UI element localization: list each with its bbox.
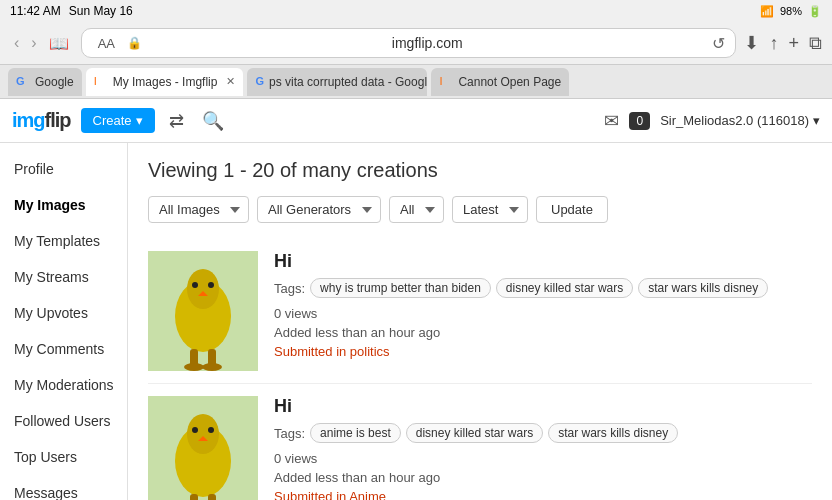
status-bar: 11:42 AM Sun May 16 📶 98% 🔋 xyxy=(0,0,832,22)
tab-psvita[interactable]: G ps vita corrupted data - Googl... xyxy=(247,68,427,96)
tab-myimages-label: My Images - Imgflip xyxy=(113,75,218,89)
image-card-1: Hi Tags: anime is best disney killed sta… xyxy=(148,384,812,500)
new-tab-button[interactable]: + xyxy=(788,33,799,54)
added-1: Added less than an hour ago xyxy=(274,470,812,485)
user-menu[interactable]: Sir_Meliodas2.0 (116018) ▾ xyxy=(660,113,820,128)
card-title-1: Hi xyxy=(274,396,812,417)
share-button[interactable]: ↑ xyxy=(769,33,778,54)
sort-select[interactable]: Latest Top xyxy=(452,196,528,223)
pear-svg-1 xyxy=(148,396,258,500)
svg-point-9 xyxy=(202,363,222,371)
tag-0-2[interactable]: star wars kills disney xyxy=(638,278,768,298)
svg-rect-17 xyxy=(208,494,216,500)
tags-row-0: Tags: why is trump better than biden dis… xyxy=(274,278,812,298)
tabs-button[interactable]: ⧉ xyxy=(809,33,822,54)
bookmarks-button[interactable]: 📖 xyxy=(45,32,73,55)
back-button[interactable]: ‹ xyxy=(10,32,23,55)
svg-point-8 xyxy=(184,363,204,371)
svg-point-14 xyxy=(208,427,214,433)
username: Sir_Meliodas2.0 (116018) xyxy=(660,113,809,128)
battery-icon: 🔋 xyxy=(808,5,822,18)
reload-button[interactable]: ↺ xyxy=(712,34,725,53)
sidebar-item-myupvotes[interactable]: My Upvotes xyxy=(0,295,127,331)
svg-point-13 xyxy=(192,427,198,433)
nav-buttons: ‹ › 📖 xyxy=(10,32,73,55)
card-info-1: Hi Tags: anime is best disney killed sta… xyxy=(274,396,812,500)
tab-cannotopen[interactable]: I Cannot Open Page xyxy=(431,68,569,96)
sidebar-item-mytemplates[interactable]: My Templates xyxy=(0,223,127,259)
url-text: imgflip.com xyxy=(148,35,706,51)
tag-0-0[interactable]: why is trump better than biden xyxy=(310,278,491,298)
update-button[interactable]: Update xyxy=(536,196,608,223)
google-favicon: G xyxy=(16,75,30,89)
notif-badge[interactable]: 0 xyxy=(629,112,650,130)
card-title-0: Hi xyxy=(274,251,812,272)
main-content: Viewing 1 - 20 of many creations All Ima… xyxy=(128,143,832,500)
submitted-link-1[interactable]: Submitted in Anime xyxy=(274,489,812,500)
tab-cannotopen-label: Cannot Open Page xyxy=(458,75,561,89)
imgflip-logo[interactable]: imgflip xyxy=(12,109,71,132)
sidebar-item-mycomments[interactable]: My Comments xyxy=(0,331,127,367)
category-select[interactable]: All xyxy=(389,196,444,223)
page-title: Viewing 1 - 20 of many creations xyxy=(148,159,812,182)
tags-row-1: Tags: anime is best disney killed star w… xyxy=(274,423,812,443)
generator-select[interactable]: All Generators xyxy=(257,196,381,223)
svg-rect-16 xyxy=(190,494,198,500)
mail-icon[interactable]: ✉ xyxy=(604,110,619,132)
sidebar-item-followedusers[interactable]: Followed Users xyxy=(0,403,127,439)
time: 11:42 AM xyxy=(10,4,61,18)
tab-myimages[interactable]: I My Images - Imgflip ✕ xyxy=(86,68,244,96)
header-right: ✉ 0 Sir_Meliodas2.0 (116018) ▾ xyxy=(604,110,820,132)
browser-actions: ⬇ ↑ + ⧉ xyxy=(744,32,822,54)
lock-icon: 🔒 xyxy=(127,36,142,50)
reader-mode[interactable]: AA xyxy=(92,34,121,53)
tab-google[interactable]: G Google xyxy=(8,68,82,96)
tag-0-1[interactable]: disney killed star wars xyxy=(496,278,633,298)
sidebar: Profile My Images My Templates My Stream… xyxy=(0,143,128,500)
shuffle-button[interactable]: ⇄ xyxy=(165,106,188,136)
google-favicon2: G xyxy=(255,75,264,89)
pear-svg-0 xyxy=(148,251,258,371)
views-0: 0 views xyxy=(274,306,812,321)
sidebar-item-topusers[interactable]: Top Users xyxy=(0,439,127,475)
tag-1-0[interactable]: anime is best xyxy=(310,423,401,443)
svg-point-3 xyxy=(192,282,198,288)
tab-psvita-label: ps vita corrupted data - Googl... xyxy=(269,75,427,89)
image-card-0: Hi Tags: why is trump better than biden … xyxy=(148,239,812,384)
tabs-bar: G Google I My Images - Imgflip ✕ G ps vi… xyxy=(0,65,832,99)
views-1: 0 views xyxy=(274,451,812,466)
svg-point-2 xyxy=(187,269,219,309)
sidebar-item-messages[interactable]: Messages xyxy=(0,475,127,500)
added-0: Added less than an hour ago xyxy=(274,325,812,340)
svg-point-4 xyxy=(208,282,214,288)
sidebar-item-myimages[interactable]: My Images xyxy=(0,187,127,223)
tag-1-1[interactable]: disney killed star wars xyxy=(406,423,543,443)
image-thumb-0[interactable] xyxy=(148,251,258,371)
create-chevron: ▾ xyxy=(136,113,143,128)
address-bar[interactable]: AA 🔒 imgflip.com ↺ xyxy=(81,28,737,58)
card-info-0: Hi Tags: why is trump better than biden … xyxy=(274,251,812,371)
sidebar-item-mystreams[interactable]: My Streams xyxy=(0,259,127,295)
imgflip-favicon: I xyxy=(94,75,108,89)
browser-chrome: ‹ › 📖 AA 🔒 imgflip.com ↺ ⬇ ↑ + ⧉ xyxy=(0,22,832,65)
tag-1-2[interactable]: star wars kills disney xyxy=(548,423,678,443)
sidebar-item-mymoderations[interactable]: My Moderations xyxy=(0,367,127,403)
image-type-select[interactable]: All Images Memes GIFs xyxy=(148,196,249,223)
user-chevron: ▾ xyxy=(813,113,820,128)
image-thumb-1[interactable] xyxy=(148,396,258,500)
create-label: Create xyxy=(93,113,132,128)
tab-myimages-close[interactable]: ✕ xyxy=(226,75,235,88)
date: Sun May 16 xyxy=(69,4,133,18)
search-button[interactable]: 🔍 xyxy=(198,106,228,136)
wifi-icon: 📶 xyxy=(760,5,774,18)
battery: 98% xyxy=(780,5,802,17)
submitted-link-0[interactable]: Submitted in politics xyxy=(274,344,812,359)
svg-point-12 xyxy=(187,414,219,454)
filters-row: All Images Memes GIFs All Generators All… xyxy=(148,196,812,223)
tab-google-label: Google xyxy=(35,75,74,89)
sidebar-item-profile[interactable]: Profile xyxy=(0,151,127,187)
download-button[interactable]: ⬇ xyxy=(744,32,759,54)
imgflip-favicon2: I xyxy=(439,75,453,89)
forward-button[interactable]: › xyxy=(27,32,40,55)
create-button[interactable]: Create ▾ xyxy=(81,108,155,133)
